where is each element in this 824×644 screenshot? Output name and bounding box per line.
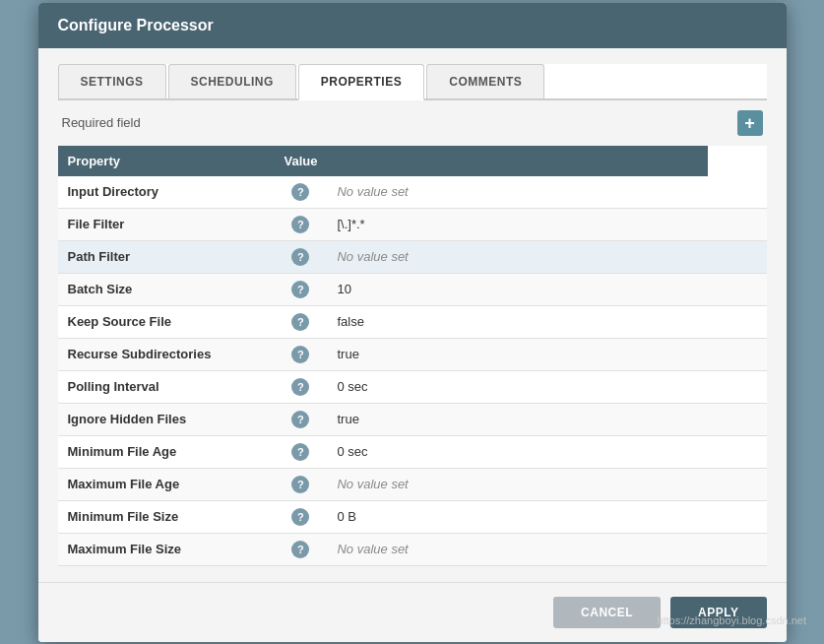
property-value[interactable]: No value set [327, 468, 707, 500]
table-header-row: Property Value [58, 146, 767, 176]
help-cell: ? [275, 500, 328, 533]
property-action [708, 176, 767, 209]
configure-processor-dialog: Configure Processor SETTINGS SCHEDULING … [38, 3, 787, 642]
table-row[interactable]: Recurse Subdirectories?true [58, 338, 767, 370]
property-value[interactable]: No value set [327, 533, 707, 565]
table-row[interactable]: Polling Interval?0 sec [58, 370, 767, 403]
col-action [327, 146, 707, 176]
property-action [708, 338, 767, 370]
property-name: Maximum File Size [58, 533, 275, 565]
property-name: File Filter [58, 208, 275, 240]
property-name: Input Directory [58, 176, 275, 209]
help-icon[interactable]: ? [291, 281, 309, 298]
table-row[interactable]: Maximum File Age?No value set [58, 468, 767, 500]
property-name: Batch Size [58, 273, 275, 305]
cancel-button[interactable]: CANCEL [553, 597, 661, 628]
help-cell: ? [275, 273, 328, 305]
table-row[interactable]: Batch Size?10 [58, 273, 767, 305]
help-cell: ? [275, 338, 328, 370]
table-row[interactable]: Ignore Hidden Files?true [58, 403, 767, 435]
property-value[interactable]: true [327, 403, 707, 435]
table-row[interactable]: Keep Source File?false [58, 305, 767, 338]
property-action [708, 435, 767, 468]
property-value[interactable]: No value set [327, 240, 707, 273]
property-name: Recurse Subdirectories [58, 338, 275, 370]
property-name: Polling Interval [58, 370, 275, 403]
property-name: Ignore Hidden Files [58, 403, 275, 435]
tab-properties[interactable]: PROPERTIES [298, 64, 424, 100]
property-value[interactable]: true [327, 338, 707, 370]
add-property-button[interactable]: + [737, 110, 763, 136]
tab-bar: SETTINGS SCHEDULING PROPERTIES COMMENTS [58, 64, 767, 100]
help-cell: ? [275, 305, 328, 338]
property-value[interactable]: 0 sec [327, 435, 707, 468]
help-icon[interactable]: ? [291, 411, 309, 428]
property-value[interactable]: [\.]*.* [327, 208, 707, 240]
property-action [708, 240, 767, 273]
property-value[interactable]: false [327, 305, 707, 338]
help-icon[interactable]: ? [291, 313, 309, 331]
help-icon[interactable]: ? [291, 248, 309, 266]
help-cell: ? [275, 533, 328, 565]
property-value[interactable]: No value set [327, 176, 707, 209]
table-row[interactable]: Minimum File Age?0 sec [58, 435, 767, 468]
help-cell: ? [275, 240, 328, 273]
property-value[interactable]: 0 B [327, 500, 707, 533]
help-icon[interactable]: ? [291, 443, 309, 461]
property-name: Path Filter [58, 240, 275, 273]
help-icon[interactable]: ? [291, 476, 309, 493]
help-cell: ? [275, 403, 328, 435]
dialog-title-text: Configure Processor [58, 17, 214, 33]
help-cell: ? [275, 176, 328, 209]
property-action [708, 305, 767, 338]
help-cell: ? [275, 468, 328, 500]
help-icon[interactable]: ? [291, 346, 309, 363]
tab-comments[interactable]: COMMENTS [426, 64, 544, 98]
help-icon[interactable]: ? [291, 183, 309, 201]
help-cell: ? [275, 208, 328, 240]
dialog-footer: CANCEL APPLY [38, 582, 787, 642]
tab-settings[interactable]: SETTINGS [58, 64, 166, 98]
dialog-title: Configure Processor [38, 3, 787, 48]
help-cell: ? [275, 370, 328, 403]
property-name: Maximum File Age [58, 468, 275, 500]
required-field-row: Required field + [58, 100, 767, 146]
property-value[interactable]: 10 [327, 273, 707, 305]
table-row[interactable]: Minimum File Size?0 B [58, 500, 767, 533]
property-action [708, 533, 767, 565]
property-name: Minimum File Age [58, 435, 275, 468]
col-property: Property [58, 146, 275, 176]
property-action [708, 273, 767, 305]
property-action [708, 468, 767, 500]
help-cell: ? [275, 435, 328, 468]
properties-table: Property Value Input Directory?No value … [58, 146, 767, 566]
property-value[interactable]: 0 sec [327, 370, 707, 403]
property-action [708, 403, 767, 435]
tab-scheduling[interactable]: SCHEDULING [168, 64, 296, 98]
help-icon[interactable]: ? [291, 378, 309, 396]
dialog-body: SETTINGS SCHEDULING PROPERTIES COMMENTS … [38, 48, 787, 582]
property-name: Keep Source File [58, 305, 275, 338]
watermark: https://zhangboyi.blog.csdn.net [657, 614, 806, 626]
table-row[interactable]: Input Directory?No value set [58, 176, 767, 209]
property-action [708, 208, 767, 240]
help-icon[interactable]: ? [291, 216, 309, 233]
required-field-label: Required field [62, 115, 141, 130]
table-row[interactable]: Maximum File Size?No value set [58, 533, 767, 565]
property-action [708, 370, 767, 403]
property-name: Minimum File Size [58, 500, 275, 533]
help-icon[interactable]: ? [291, 508, 309, 526]
table-row[interactable]: File Filter?[\.]*.* [58, 208, 767, 240]
table-row[interactable]: Path Filter?No value set [58, 240, 767, 273]
col-value: Value [275, 146, 328, 176]
property-action [708, 500, 767, 533]
help-icon[interactable]: ? [291, 541, 309, 558]
